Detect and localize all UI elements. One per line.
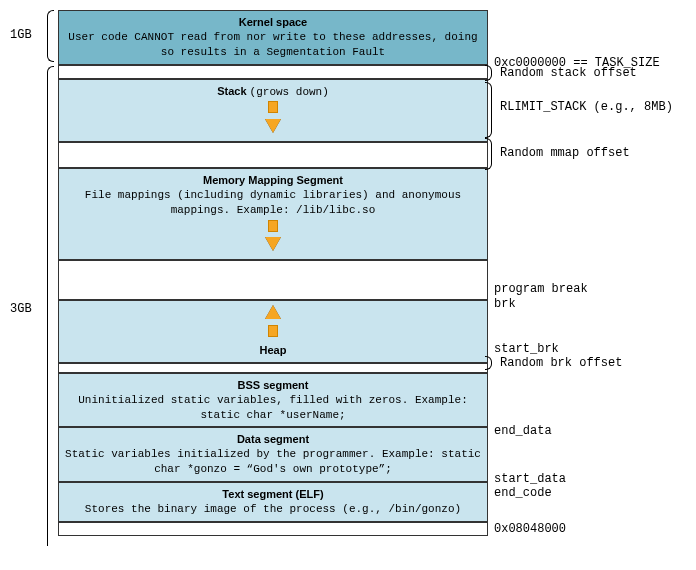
kernel-title: Kernel space <box>65 15 481 30</box>
data-segment: Data segment Static variables initialize… <box>58 427 488 482</box>
gap-mmap-offset <box>58 142 488 168</box>
stack-segment: Stack (grows down) <box>58 79 488 143</box>
label-random-brk: Random brk offset <box>500 356 622 370</box>
left-size-column: 1GB 3GB <box>10 10 58 536</box>
label-brk: brk <box>494 297 516 311</box>
gap-brk-offset <box>58 363 488 373</box>
data-desc: Static variables initialized by the prog… <box>65 447 481 477</box>
gap-bottom <box>58 522 488 536</box>
text-segment: Text segment (ELF) Stores the binary ima… <box>58 482 488 522</box>
stack-note: (grows down) <box>250 86 329 98</box>
label-start-brk: start_brk <box>494 342 559 356</box>
arrow-down-icon <box>65 99 481 141</box>
data-title: Data segment <box>65 432 481 447</box>
kernel-space-segment: Kernel space User code CANNOT read from … <box>58 10 488 65</box>
text-title: Text segment (ELF) <box>65 487 481 502</box>
kernel-desc: User code CANNOT read from nor write to … <box>65 30 481 60</box>
mmap-segment: Memory Mapping Segment File mappings (in… <box>58 168 488 260</box>
arrow-down-icon <box>65 218 481 260</box>
size-1gb: 1GB <box>10 28 32 42</box>
heap-title: Heap <box>65 343 481 358</box>
label-random-stack: Random stack offset <box>500 66 637 80</box>
mmap-title: Memory Mapping Segment <box>65 173 481 188</box>
label-random-mmap: Random mmap offset <box>500 146 630 160</box>
label-text-addr: 0x08048000 <box>494 522 566 536</box>
mmap-desc: File mappings (including dynamic librari… <box>65 188 481 218</box>
gap-heap-gap <box>58 260 488 300</box>
label-program-break: program break <box>494 282 588 296</box>
stack-title: Stack <box>217 85 246 97</box>
label-end-data: end_data <box>494 424 552 438</box>
label-end-code: end_code <box>494 486 552 500</box>
size-3gb: 3GB <box>10 302 32 316</box>
text-desc: Stores the binary image of the process (… <box>65 502 481 517</box>
gap-stack-offset <box>58 65 488 79</box>
label-start-data: start_data <box>494 472 566 486</box>
arrow-up-icon <box>65 301 481 343</box>
heap-segment: Heap <box>58 300 488 363</box>
bss-segment: BSS segment Uninitialized static variabl… <box>58 373 488 428</box>
bss-title: BSS segment <box>65 378 481 393</box>
label-rlimit-stack: RLIMIT_STACK (e.g., 8MB) <box>500 100 673 114</box>
bss-desc: Uninitialized static variables, filled w… <box>65 393 481 423</box>
address-labels-column: 0xc0000000 == TASK_SIZE Random stack off… <box>488 10 686 536</box>
memory-layout-column: Kernel space User code CANNOT read from … <box>58 10 488 536</box>
